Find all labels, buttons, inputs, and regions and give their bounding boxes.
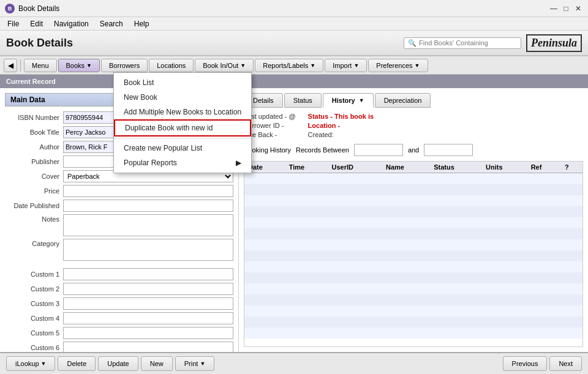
menu-file[interactable]: File: [2, 18, 24, 29]
price-row: Price: [5, 185, 233, 197]
table-row: [244, 206, 582, 217]
menu-separator: [114, 138, 251, 139]
table-row: [244, 184, 582, 195]
meta-right: Status - This book is Location - Created…: [308, 113, 374, 140]
location-row: Location -: [308, 122, 374, 129]
new-button[interactable]: New: [141, 356, 173, 371]
custom5-label: Custom 5: [5, 329, 63, 337]
close-button[interactable]: ✕: [573, 4, 583, 13]
date-published-input[interactable]: [63, 200, 233, 212]
tab-status[interactable]: Status: [284, 93, 322, 108]
custom6-input[interactable]: [63, 342, 233, 352]
col-units: Units: [482, 162, 527, 173]
custom6-label: Custom 6: [5, 344, 63, 351]
popular-reports-item[interactable]: Popular Reports ▶: [114, 155, 251, 170]
minimize-button[interactable]: —: [549, 4, 559, 13]
table-row: [244, 217, 582, 228]
menu-button[interactable]: Menu: [24, 59, 57, 72]
tab-history[interactable]: History ▼: [323, 93, 374, 108]
delete-button[interactable]: Delete: [58, 356, 96, 371]
custom4-label: Custom 4: [5, 315, 63, 322]
books-dropdown-arrow: ▼: [86, 62, 92, 69]
custom2-label: Custom 2: [5, 285, 63, 293]
table-row: [244, 305, 582, 316]
table-row: [244, 239, 582, 250]
col-extra: ?: [561, 162, 582, 173]
book-inout-arrow: ▼: [240, 62, 246, 69]
booking-to-input[interactable]: [424, 144, 473, 156]
tab-depreciation[interactable]: Depreciation: [375, 93, 431, 108]
custom1-row: Custom 1: [5, 268, 233, 280]
table-row: [244, 173, 582, 184]
books-dropdown-menu: Book List New Book Add Multiple New Book…: [113, 72, 252, 173]
notes-label: Notes: [5, 214, 63, 223]
submenu-arrow: ▶: [236, 159, 241, 167]
preferences-button[interactable]: Preferences ▼: [368, 59, 428, 72]
date-published-row: Date Published: [5, 200, 233, 212]
title-bar: B Book Details — □ ✕: [0, 0, 588, 17]
custom5-input[interactable]: [63, 327, 233, 339]
custom3-input[interactable]: [63, 297, 233, 310]
book-list-item[interactable]: Book List: [114, 75, 251, 90]
borrowers-button[interactable]: Borrowers: [101, 59, 148, 72]
records-between-label: Records Between: [296, 146, 349, 154]
col-name: Name: [382, 162, 430, 173]
history-tab-arrow: ▼: [359, 97, 364, 103]
app-icon: B: [5, 4, 15, 13]
print-button[interactable]: Print ▼: [175, 356, 215, 371]
created-row: Created:: [308, 131, 374, 138]
col-userid: UserID: [328, 162, 382, 173]
col-ref: Ref: [527, 162, 561, 173]
custom1-input[interactable]: [63, 268, 233, 280]
import-button[interactable]: Import ▼: [325, 59, 367, 72]
books-button[interactable]: Books ▼: [58, 59, 100, 72]
create-popular-item[interactable]: Create new Popular List: [114, 141, 251, 155]
search-input[interactable]: [419, 39, 517, 47]
table-row: [244, 272, 582, 283]
price-label: Price: [5, 187, 63, 195]
update-button[interactable]: Update: [98, 356, 138, 371]
category-textarea[interactable]: [63, 239, 233, 261]
table-row: [244, 250, 582, 261]
custom1-label: Custom 1: [5, 271, 63, 278]
ilookup-button[interactable]: iLookup ▼: [6, 356, 55, 371]
col-status: Status: [430, 162, 482, 173]
menu-bar: File Edit Navigation Search Help: [0, 17, 588, 31]
menu-navigation[interactable]: Navigation: [49, 18, 94, 29]
toolbar: ◀ Menu Books ▼ Borrowers Locations Book …: [0, 56, 588, 75]
table-row: [244, 327, 582, 338]
locations-button[interactable]: Locations: [149, 59, 194, 72]
menu-help[interactable]: Help: [129, 18, 154, 29]
status-row: Status - This book is: [308, 113, 374, 120]
add-multiple-item[interactable]: Add Multiple New Books to Location: [114, 105, 251, 119]
price-input[interactable]: [63, 185, 233, 197]
booking-history-table: Date Time UserID Name Status Units Ref ?: [244, 161, 583, 347]
previous-button[interactable]: Previous: [503, 356, 548, 371]
custom2-input[interactable]: [63, 283, 233, 295]
notes-textarea[interactable]: [63, 214, 233, 236]
custom4-input[interactable]: [63, 312, 233, 324]
custom5-row: Custom 5: [5, 327, 233, 339]
bottom-bar: iLookup ▼ Delete Update New Print ▼ Prev…: [0, 352, 588, 374]
book-inout-button[interactable]: Book In/Out ▼: [195, 59, 254, 72]
notes-row: Notes: [5, 214, 233, 236]
table-row: [244, 228, 582, 239]
new-book-item[interactable]: New Book: [114, 90, 251, 105]
right-panel: Details Status History ▼ Depreciation La…: [239, 88, 588, 352]
custom3-label: Custom 3: [5, 300, 63, 307]
booking-from-input[interactable]: [354, 144, 403, 156]
ilookup-arrow: ▼: [41, 361, 47, 367]
duplicate-book-item[interactable]: Duplicate Book with new id: [114, 119, 251, 137]
main-content: Main Data ISBN Number Book Title Author …: [0, 88, 588, 352]
bottom-right-buttons: Previous Next: [503, 356, 582, 371]
isbn-label: ISBN Number: [5, 114, 63, 121]
import-arrow: ▼: [353, 62, 359, 69]
nav-back-button[interactable]: ◀: [4, 59, 17, 72]
tab-bar: Details Status History ▼ Depreciation: [244, 93, 583, 108]
next-button[interactable]: Next: [549, 356, 582, 371]
menu-search[interactable]: Search: [95, 18, 128, 29]
menu-edit[interactable]: Edit: [25, 18, 48, 29]
custom2-row: Custom 2: [5, 283, 233, 295]
reports-labels-button[interactable]: Reports/Labels ▼: [255, 59, 323, 72]
maximize-button[interactable]: □: [561, 4, 571, 13]
